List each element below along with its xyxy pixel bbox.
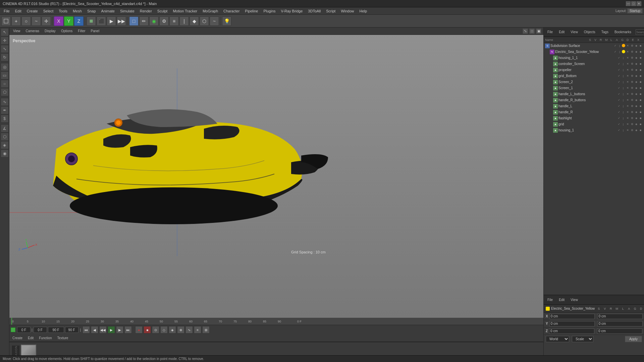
viewport-view-menu[interactable]: View: [11, 29, 22, 33]
menu-create[interactable]: Create: [24, 8, 40, 14]
menu-3dtoall[interactable]: 3DToAll: [306, 8, 323, 14]
record-btn[interactable]: ●: [135, 326, 143, 334]
obj-handle-l-buttons[interactable]: ▲ handle_L_buttons ✓ | ✕ ⚙ ◈ ■: [544, 91, 644, 97]
toolbar-smooth[interactable]: ⬡: [200, 16, 209, 26]
sidebar-sculpt[interactable]: ◈: [1, 141, 9, 149]
menu-help[interactable]: Help: [357, 8, 370, 14]
menu-animate[interactable]: Animate: [99, 8, 117, 14]
end-frame-input[interactable]: [48, 327, 64, 333]
toolbar-ring[interactable]: ◉: [149, 16, 159, 26]
viewport-icon-btn3[interactable]: ▣: [536, 28, 541, 34]
toolbar-x-axis[interactable]: X: [54, 16, 63, 26]
obj-screen-1[interactable]: ▲ Screen_1 ✓ | ✕ ⚙ ◈ ■: [544, 85, 644, 91]
obj-housing-1-1[interactable]: ▲ housing_1_1 ✓ | ✕ ⚙ ◈ ■: [544, 55, 644, 61]
viewport-3d[interactable]: Perspective X Y Z Grid Spacing : 10 cm: [9, 35, 543, 318]
toolbar-gear[interactable]: ⚙: [159, 16, 169, 26]
attr-x-rot[interactable]: [597, 314, 643, 319]
attr-y-rot[interactable]: [597, 321, 643, 326]
toolbar-pencil[interactable]: ✏: [139, 16, 149, 26]
obj-subdivision-surface[interactable]: S Subdivision Surface ✓ | ✕ ⚙ ◈ ■: [544, 43, 644, 49]
menu-motion-tracker[interactable]: Motion Tracker: [170, 8, 200, 14]
menu-character[interactable]: Character: [221, 8, 242, 14]
mat-texture[interactable]: Texture: [56, 336, 70, 340]
step-back-btn[interactable]: ◀: [91, 326, 98, 334]
obj-screen-2[interactable]: ▲ Screen_2 ✓ | ✕ ⚙ ◈ ■: [544, 79, 644, 85]
start-frame-input[interactable]: [34, 327, 47, 333]
menu-pipeline[interactable]: Pipeline: [243, 8, 260, 14]
sidebar-spline-pen[interactable]: ✒: [1, 106, 9, 114]
menu-edit[interactable]: Edit: [13, 8, 24, 14]
add-keyframe-btn[interactable]: ◇: [160, 326, 168, 334]
toolbar-null-mode[interactable]: +: [11, 16, 21, 26]
menu-tools[interactable]: Tools: [56, 8, 70, 14]
menu-script[interactable]: Script: [324, 8, 338, 14]
sidebar-rect-select[interactable]: ▭: [1, 71, 9, 79]
menu-render[interactable]: Render: [138, 8, 154, 14]
sidebar-brush[interactable]: $: [1, 115, 9, 123]
obj-edit-menu[interactable]: Edit: [557, 30, 566, 34]
obj-tags-menu[interactable]: Tags: [600, 30, 610, 34]
viewport-icon-btn2[interactable]: □: [529, 28, 535, 34]
mat-edit[interactable]: Edit: [26, 336, 35, 340]
obj-bookmarks-menu[interactable]: Bookmarks: [613, 30, 633, 34]
step-forward-btn[interactable]: ▶: [116, 326, 123, 334]
toolbar-z-axis[interactable]: Z: [74, 16, 84, 26]
obj-grid-bottom[interactable]: ▲ grid_Bottom ✓ | ✕ ⚙ ◈ ■: [544, 73, 644, 79]
menu-sculpt[interactable]: Sculpt: [155, 8, 170, 14]
stop-btn[interactable]: ■: [144, 326, 151, 334]
go-to-end-btn[interactable]: ⏭: [124, 326, 132, 334]
menu-snap[interactable]: Snap: [85, 8, 98, 14]
menu-window[interactable]: Window: [338, 8, 356, 14]
obj-housing-1[interactable]: ▲ housing_1 ✓ | ✕ ⚙ ◈ ■: [544, 127, 644, 133]
attr-view-menu[interactable]: View: [569, 298, 580, 302]
minimize-button[interactable]: —: [626, 1, 631, 6]
timeline-btn[interactable]: ≡: [194, 326, 201, 334]
fcurve-btn[interactable]: ∿: [185, 326, 193, 334]
obj-grid[interactable]: ▲ grid ✓ | ✕ ⚙ ◈ ■: [544, 121, 644, 127]
sidebar-scale[interactable]: ⤡: [1, 45, 9, 53]
total-frames-input[interactable]: [65, 327, 78, 333]
window-controls[interactable]: — □ ✕: [626, 1, 641, 6]
obj-file-menu[interactable]: File: [546, 30, 554, 34]
toolbar-spline[interactable]: ~: [32, 16, 41, 26]
toolbar-render-all[interactable]: ▶▶: [117, 16, 126, 26]
viewport-panel-menu[interactable]: Panel: [89, 29, 101, 33]
attr-edit-menu[interactable]: Edit: [557, 298, 566, 302]
current-frame-input[interactable]: [17, 327, 31, 333]
viewport-display-menu[interactable]: Display: [43, 29, 57, 33]
menu-plugins[interactable]: Plugins: [261, 8, 278, 14]
sidebar-circle-select[interactable]: ○: [1, 80, 9, 88]
menu-file[interactable]: File: [1, 8, 12, 14]
keyframe-btn2[interactable]: ◈: [169, 326, 176, 334]
toolbar-move[interactable]: ✛: [42, 16, 51, 26]
coord-system-dropdown[interactable]: World Object Camera: [546, 336, 569, 342]
obj-handle-r[interactable]: ▲ handle_R ✓ | ✕ ⚙ ◈ ■: [544, 109, 644, 115]
viewport-options-menu[interactable]: Options: [59, 29, 74, 33]
sidebar-live-select[interactable]: ◎: [1, 63, 9, 71]
attr-y-pos[interactable]: [549, 321, 595, 326]
toolbar-render-view[interactable]: ▶: [107, 16, 116, 26]
maximize-button[interactable]: □: [631, 1, 636, 6]
sidebar-knife[interactable]: ∡: [1, 124, 9, 132]
apply-button[interactable]: Apply: [625, 336, 642, 342]
sidebar-magnet[interactable]: ⬡: [1, 133, 9, 141]
attr-z-rot[interactable]: [597, 328, 642, 334]
attr-z-pos[interactable]: [549, 328, 594, 334]
close-button[interactable]: ✕: [637, 1, 641, 6]
obj-search-input[interactable]: [636, 29, 644, 35]
toolbar-magnet[interactable]: ◆: [190, 16, 199, 26]
transform-mode-dropdown[interactable]: Scale Move Rotate: [572, 336, 593, 342]
toolbar-cube[interactable]: □: [129, 16, 139, 26]
layout-dropdown[interactable]: Startup: [627, 8, 643, 13]
sidebar-rotate[interactable]: ↻: [1, 53, 9, 61]
toolbar-relax[interactable]: ~: [210, 16, 219, 26]
menu-mograph[interactable]: MoGraph: [200, 8, 220, 14]
obj-view-menu[interactable]: View: [569, 30, 580, 34]
toolbar-box[interactable]: [87, 16, 96, 26]
menu-select[interactable]: Select: [41, 8, 56, 14]
viewport-filter-menu[interactable]: Filter: [76, 29, 87, 33]
obj-objects-menu[interactable]: Objects: [582, 30, 597, 34]
toolbar-model-mode[interactable]: [1, 16, 11, 26]
toolbar-knife[interactable]: |: [179, 16, 189, 26]
mat-create[interactable]: Create: [11, 336, 24, 340]
